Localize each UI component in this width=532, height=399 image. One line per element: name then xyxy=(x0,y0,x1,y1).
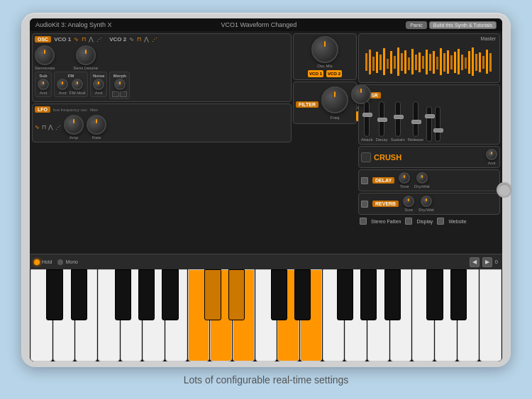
vco1-wave-tri[interactable]: ⋀ xyxy=(89,36,94,43)
delay-time-knob[interactable] xyxy=(399,172,410,184)
semi-detune-knob[interactable] xyxy=(76,45,96,65)
lfo-wave-square[interactable]: ⊓ xyxy=(42,124,46,130)
mono-led[interactable] xyxy=(57,259,63,265)
extra-thumb2[interactable] xyxy=(433,128,443,133)
vco1-wave-square[interactable]: ⊓ xyxy=(82,36,86,43)
panic-button[interactable]: Panic xyxy=(406,21,427,29)
osc-section: OSC VCO 1 ∿ ⊓ ⋀ ⋰ VCO 2 ∿ ⊓ ⋀ xyxy=(32,33,292,102)
lfo-wave-tri[interactable]: ⋀ xyxy=(48,124,53,130)
panel-left: OSC VCO 1 ∿ ⊓ ⋀ ⋰ VCO 2 ∿ ⊓ ⋀ xyxy=(32,33,292,252)
build-button[interactable]: Build this Synth & Tutorials xyxy=(429,21,497,29)
svg-rect-32 xyxy=(479,52,481,72)
sustain-thumb[interactable] xyxy=(394,115,404,119)
vco1-wave-saw[interactable]: ⋰ xyxy=(96,36,102,43)
status-center: VCO1 Waveform Changed xyxy=(221,21,297,28)
website-checkbox[interactable] xyxy=(437,218,444,225)
svg-rect-8 xyxy=(394,56,396,69)
hold-led[interactable] xyxy=(34,259,40,265)
noise-knob[interactable] xyxy=(93,79,104,90)
black-key-1[interactable] xyxy=(46,269,62,320)
svg-rect-35 xyxy=(489,53,492,72)
black-key-6-active[interactable] xyxy=(204,269,221,320)
black-key-12[interactable] xyxy=(384,269,401,320)
svg-rect-26 xyxy=(458,49,460,74)
morph-knob[interactable] xyxy=(114,79,126,90)
lfo-wave-sine[interactable]: ∿ xyxy=(35,124,40,130)
sub-amt-label: Amt xyxy=(40,91,48,95)
filter-section: FILTER Freq Rez ▲ xyxy=(293,82,357,124)
black-key-13[interactable] xyxy=(426,269,443,320)
next-btn[interactable]: ▶ xyxy=(482,257,492,267)
vco1-btn[interactable]: VCO 1 xyxy=(309,72,322,76)
fm-mod-knob[interactable] xyxy=(72,79,83,90)
extra-thumb1[interactable] xyxy=(425,114,435,118)
vco2-wave-saw[interactable]: ⋰ xyxy=(152,36,157,43)
black-key-9[interactable] xyxy=(294,269,311,320)
black-key-14[interactable] xyxy=(450,269,467,320)
lfo-amp-knob[interactable] xyxy=(64,115,84,135)
release-track xyxy=(413,101,419,137)
reverb-drywet-knob[interactable] xyxy=(421,196,432,207)
bottom-right: ◀ ▶ 0 xyxy=(470,257,498,267)
sustain-track xyxy=(395,101,401,137)
black-key-2[interactable] xyxy=(71,269,87,320)
black-key-10[interactable] xyxy=(337,269,353,320)
reverb-drywet-group: Dry/Wet xyxy=(419,196,434,212)
footer-checks: Stereo Fatten Display Website xyxy=(358,216,500,226)
black-key-11[interactable] xyxy=(360,269,377,320)
black-key-3[interactable] xyxy=(115,269,131,320)
lfo-rate-knob[interactable] xyxy=(87,115,106,135)
decay-thumb[interactable] xyxy=(377,118,387,122)
caption: Lots of configurable real-time settings xyxy=(184,374,349,386)
black-key-4[interactable] xyxy=(138,269,155,320)
svg-rect-20 xyxy=(436,57,438,69)
osc-mix-knob[interactable] xyxy=(311,36,338,63)
panel-middle: Osc Mix VCO 1 VCO 2 xyxy=(293,33,357,252)
fm-amt-knob[interactable] xyxy=(57,79,68,90)
lfo-filter-label: filter xyxy=(90,108,98,112)
stereo-checkbox[interactable] xyxy=(360,218,367,225)
reverb-section: REVERB Size Dry/Wet xyxy=(358,193,500,215)
crush-amt-knob[interactable] xyxy=(486,149,497,160)
delay-drywet-group: Dry/Wet xyxy=(414,172,430,189)
delay-checkbox[interactable] xyxy=(361,177,368,184)
sub-knob[interactable] xyxy=(38,79,49,90)
vco2-wave-square[interactable]: ⊓ xyxy=(137,36,141,43)
white-key-21[interactable] xyxy=(480,269,501,361)
display-checkbox[interactable] xyxy=(405,218,412,225)
attack-thumb[interactable] xyxy=(362,113,372,117)
black-key-5[interactable] xyxy=(162,269,178,320)
ipad-screen: AudioKit 3: Analog Synth X VCO1 Waveform… xyxy=(30,18,502,361)
lfo-content: ∿ ⊓ ⋀ ⋰ Amp Rate xyxy=(35,115,289,140)
prev-btn[interactable]: ◀ xyxy=(470,257,480,267)
lfo-wave-ramp[interactable]: ⋰ xyxy=(55,124,61,130)
synth-top: OSC VCO 1 ∿ ⊓ ⋀ ⋰ VCO 2 ∿ ⊓ ⋀ xyxy=(30,31,502,254)
release-thumb[interactable] xyxy=(411,120,421,124)
semitones-knob[interactable] xyxy=(35,45,55,65)
delay-drywet-knob[interactable] xyxy=(416,172,428,184)
vco2-wave-sine[interactable]: ∿ xyxy=(129,36,134,43)
waveform-display xyxy=(361,46,497,78)
lfo-section: LFO low frequency osc filter ∿ ⊓ ⋀ ⋰ xyxy=(32,103,292,142)
crush-label: CRUSH xyxy=(374,153,401,162)
vco1-wave-sine[interactable]: ∿ xyxy=(74,36,79,43)
crush-toggle[interactable] xyxy=(361,152,371,162)
extra-fader2 xyxy=(435,106,440,142)
filter-freq-knob[interactable] xyxy=(321,86,348,113)
mono-label: Mono xyxy=(65,259,78,264)
attack-track xyxy=(364,101,370,137)
home-button[interactable] xyxy=(497,182,512,198)
vco2-label: VCO 2 xyxy=(109,36,126,43)
black-key-7-active[interactable] xyxy=(228,269,245,320)
noise-module: Noise Amt xyxy=(90,72,107,97)
svg-rect-17 xyxy=(426,50,428,74)
black-key-8[interactable] xyxy=(271,269,287,320)
vco2-wave-tri[interactable]: ⋀ xyxy=(144,36,149,43)
reverb-size-knob[interactable] xyxy=(403,196,414,207)
morph-label: Morph xyxy=(113,74,126,78)
keyboard-area xyxy=(30,269,502,361)
reverb-checkbox[interactable] xyxy=(361,201,368,208)
vco2-btn[interactable]: VCO 2 xyxy=(328,72,340,76)
svg-rect-27 xyxy=(461,55,463,70)
noise-amt-label: Amt xyxy=(95,91,103,95)
